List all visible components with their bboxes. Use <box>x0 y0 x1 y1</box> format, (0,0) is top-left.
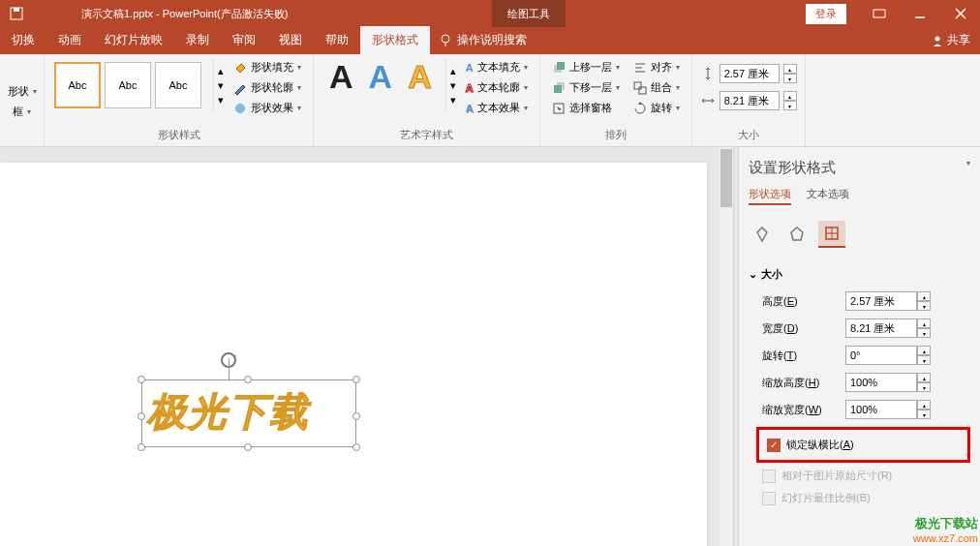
group-button[interactable]: 组合 ▾ <box>629 78 684 97</box>
slide-best-label: 幻灯片最佳比例(B) <box>781 491 871 505</box>
scale-w-field[interactable]: 100% <box>845 400 917 419</box>
tab-help[interactable]: 帮助 <box>314 26 360 54</box>
contextual-tab-drawing: 绘图工具 <box>492 0 566 27</box>
shape-fill-button[interactable]: 形状填充 ▾ <box>230 58 305 76</box>
tab-shape-format[interactable]: 形状格式 <box>360 26 430 54</box>
sh-inc[interactable]: ▴ <box>917 373 931 382</box>
share-button[interactable]: 共享 <box>922 26 980 54</box>
sw-dec[interactable]: ▾ <box>917 410 931 419</box>
minimize-icon[interactable] <box>901 0 939 27</box>
group-icon <box>633 81 647 95</box>
gallery-row-down-icon[interactable]: ▾ <box>450 79 456 92</box>
width-field[interactable]: 8.21 厘米 <box>845 318 917 338</box>
pane-tab-text-options[interactable]: 文本选项 <box>807 187 849 205</box>
slide-canvas[interactable]: 极光下载 <box>0 147 733 546</box>
wordart-preset-2[interactable]: A <box>361 58 401 96</box>
height-inc[interactable]: ▴ <box>917 291 931 301</box>
shape-effects-button[interactable]: 形状效果 ▾ <box>230 99 305 117</box>
shape-style-preset-3[interactable]: Abc <box>155 62 201 108</box>
rot-dec[interactable]: ▾ <box>917 355 931 365</box>
scrollbar-vertical[interactable] <box>720 147 733 546</box>
shapes-button[interactable]: 形状 ▾ <box>4 82 41 101</box>
sw-inc[interactable]: ▴ <box>917 400 931 410</box>
bring-forward-button[interactable]: 上移一层 ▾ <box>548 58 624 76</box>
handle-w[interactable] <box>138 412 145 420</box>
rot-inc[interactable]: ▴ <box>917 346 931 355</box>
prop-width: 宽度(D) 8.21 厘米 ▴▾ <box>749 315 970 342</box>
fill-line-icon[interactable] <box>749 221 776 248</box>
gallery-row-up-icon[interactable]: ▴ <box>218 65 224 77</box>
handle-n[interactable] <box>244 376 252 383</box>
height-dec[interactable]: ▾ <box>917 301 931 311</box>
handle-nw[interactable] <box>138 376 145 383</box>
tab-review[interactable]: 审阅 <box>221 26 267 54</box>
handle-se[interactable] <box>352 443 360 451</box>
handle-e[interactable] <box>352 412 360 420</box>
handle-sw[interactable] <box>138 443 145 451</box>
wordart-preset-3[interactable]: A <box>400 58 440 96</box>
effects-category-icon[interactable] <box>783 221 811 248</box>
height-icon <box>700 66 716 81</box>
wordart-shape[interactable]: 极光下载 <box>147 385 310 439</box>
width-inc[interactable]: ▴ <box>917 318 931 328</box>
ribbon-display-icon[interactable] <box>860 0 899 27</box>
height-input[interactable]: 2.57 厘米 <box>720 64 780 83</box>
width-down[interactable]: ▾ <box>783 101 797 110</box>
gallery-row-down-icon[interactable]: ▾ <box>218 79 224 92</box>
svg-rect-2 <box>873 10 885 17</box>
tab-animations[interactable]: 动画 <box>46 26 93 54</box>
gallery-more-icon[interactable]: ▾ <box>218 94 224 106</box>
login-button[interactable]: 登录 <box>806 4 846 24</box>
close-icon[interactable] <box>941 0 980 27</box>
rotation-field[interactable]: 0° <box>845 346 917 365</box>
width-input[interactable]: 8.21 厘米 <box>720 91 780 110</box>
watermark-url: www.xz7.com <box>913 532 978 544</box>
height-up[interactable]: ▴ <box>783 64 797 74</box>
shape-style-preset-1[interactable]: Abc <box>54 62 101 108</box>
format-shape-pane: 设置形状格式 ▾ 形状选项 文本选项 ⌄ 大小 高度(E) 2.57 厘米 ▴▾… <box>738 147 980 546</box>
rotate-button[interactable]: 旋转 ▾ <box>629 99 684 117</box>
tab-slideshow[interactable]: 幻灯片放映 <box>93 26 174 54</box>
section-size[interactable]: ⌄ 大小 <box>749 261 970 288</box>
slide[interactable] <box>0 163 707 546</box>
svg-marker-23 <box>791 228 803 240</box>
prop-scale-width: 缩放宽度(W) 100% ▴▾ <box>749 396 970 423</box>
handle-s[interactable] <box>244 443 252 451</box>
lock-aspect-row[interactable]: ✓ 锁定纵横比(A) <box>761 434 965 456</box>
handle-ne[interactable] <box>352 376 360 383</box>
shape-outline-button[interactable]: 形状轮廓 ▾ <box>230 78 305 97</box>
tab-record[interactable]: 录制 <box>174 26 221 54</box>
align-button[interactable]: 对齐 ▾ <box>629 58 684 76</box>
lock-aspect-checkbox[interactable]: ✓ <box>767 439 781 452</box>
text-fill-button[interactable]: A文本填充 ▾ <box>462 58 532 76</box>
pane-tab-shape-options[interactable]: 形状选项 <box>749 187 791 205</box>
gallery-more-icon[interactable]: ▾ <box>450 94 456 106</box>
tell-me-search[interactable]: 操作说明搜索 <box>430 26 536 54</box>
text-box-button[interactable]: 框 ▾ <box>9 103 35 121</box>
pane-menu-icon[interactable]: ▾ <box>966 159 970 177</box>
scale-h-field[interactable]: 100% <box>845 373 917 392</box>
scrollbar-thumb[interactable] <box>720 149 732 207</box>
ribbon: 形状 ▾ 框 ▾ Abc Abc Abc ▴ ▾ ▾ 形状填充 ▾ 形状轮廓 ▾… <box>0 54 980 147</box>
width-up[interactable]: ▴ <box>783 91 797 101</box>
height-down[interactable]: ▾ <box>783 74 797 83</box>
width-dec[interactable]: ▾ <box>917 328 931 338</box>
shape-style-preset-2[interactable]: Abc <box>105 62 151 108</box>
wordart-preset-1[interactable]: A <box>322 58 361 96</box>
slide-best-checkbox <box>762 492 776 505</box>
size-properties-icon[interactable] <box>818 221 845 248</box>
svg-rect-18 <box>634 82 641 89</box>
send-backward-button[interactable]: 下移一层 ▾ <box>548 78 624 97</box>
gallery-row-up-icon[interactable]: ▴ <box>450 65 456 77</box>
selection-pane-button[interactable]: 选择窗格 <box>548 99 624 117</box>
tab-view[interactable]: 视图 <box>267 26 314 54</box>
text-effects-button[interactable]: A文本效果 ▾ <box>462 99 532 117</box>
tab-transitions[interactable]: 切换 <box>0 26 46 54</box>
align-icon <box>633 61 647 75</box>
lock-aspect-label: 锁定纵横比(A) <box>786 438 854 452</box>
sh-dec[interactable]: ▾ <box>917 382 931 392</box>
lightbulb-icon <box>440 34 451 47</box>
text-outline-button[interactable]: A文本轮廓 ▾ <box>462 78 532 97</box>
save-icon[interactable] <box>10 7 23 20</box>
height-field[interactable]: 2.57 厘米 <box>845 291 917 311</box>
